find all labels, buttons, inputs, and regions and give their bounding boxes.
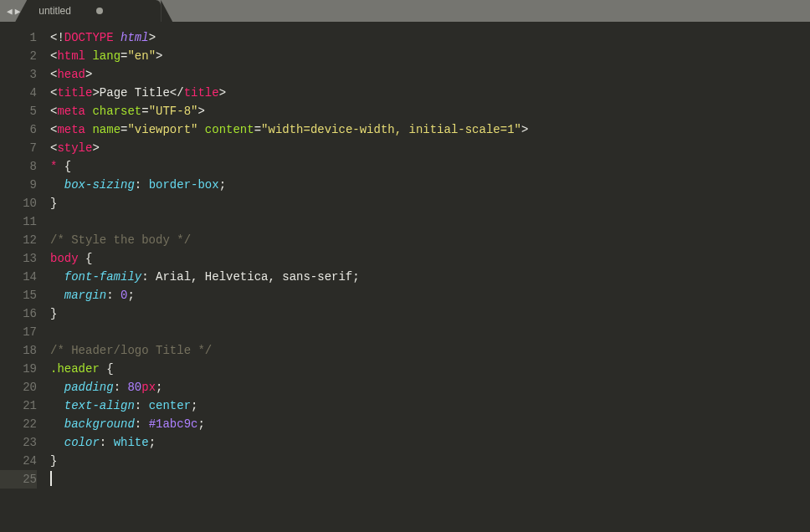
text-cursor xyxy=(50,471,52,486)
line-number: 18 xyxy=(0,341,37,360)
line-number: 25 xyxy=(0,470,37,489)
code-line[interactable]: <title>Page Title</title> xyxy=(50,84,810,102)
code-line[interactable]: * { xyxy=(50,157,810,176)
line-number: 22 xyxy=(0,415,37,433)
line-number: 7 xyxy=(0,139,37,157)
code-line[interactable]: body { xyxy=(50,249,810,268)
line-number: 6 xyxy=(0,120,37,139)
code-line[interactable]: .header { xyxy=(50,360,810,378)
code-line[interactable]: font-family: Arial, Helvetica, sans-seri… xyxy=(50,268,810,286)
code-line[interactable]: } xyxy=(50,304,810,323)
code-line[interactable]: /* Header/logo Title */ xyxy=(50,341,810,360)
prev-tab-icon[interactable]: ◀ xyxy=(7,6,13,17)
dirty-indicator-icon xyxy=(96,8,103,14)
editor: 1234567891011121314151617181920212223242… xyxy=(0,22,810,532)
line-number: 19 xyxy=(0,360,37,378)
code-line[interactable]: <meta name="viewport" content="width=dev… xyxy=(50,120,810,139)
code-line[interactable]: <meta charset="UTF-8"> xyxy=(50,102,810,120)
code-area[interactable]: <!DOCTYPE html><html lang="en"><head><ti… xyxy=(44,22,810,532)
code-line[interactable]: background: #1abc9c; xyxy=(50,415,810,433)
line-number: 23 xyxy=(0,433,37,452)
code-line[interactable]: margin: 0; xyxy=(50,286,810,304)
line-number: 12 xyxy=(0,231,37,249)
code-line[interactable]: } xyxy=(50,194,810,212)
code-line[interactable]: } xyxy=(50,452,810,470)
code-line[interactable] xyxy=(50,470,810,489)
titlebar: ◀ ▶ untitled xyxy=(0,0,810,22)
code-line[interactable]: <head> xyxy=(50,65,810,84)
line-number: 21 xyxy=(0,396,37,415)
code-line[interactable]: box-sizing: border-box; xyxy=(50,176,810,194)
line-number: 13 xyxy=(0,249,37,268)
code-line[interactable]: color: white; xyxy=(50,433,810,452)
code-line[interactable]: <style> xyxy=(50,139,810,157)
code-line[interactable] xyxy=(50,212,810,231)
line-number: 17 xyxy=(0,323,37,341)
code-line[interactable]: text-align: center; xyxy=(50,396,810,415)
line-number: 14 xyxy=(0,268,37,286)
line-number: 5 xyxy=(0,102,37,120)
line-number: 15 xyxy=(0,286,37,304)
code-line[interactable]: <!DOCTYPE html> xyxy=(50,28,810,47)
tab-title: untitled xyxy=(38,5,71,17)
tab-untitled[interactable]: untitled xyxy=(27,0,161,22)
line-number-gutter: 1234567891011121314151617181920212223242… xyxy=(0,22,44,532)
line-number: 8 xyxy=(0,157,37,176)
line-number: 4 xyxy=(0,84,37,102)
code-line[interactable]: padding: 80px; xyxy=(50,378,810,396)
code-line[interactable]: <html lang="en"> xyxy=(50,47,810,65)
line-number: 10 xyxy=(0,194,37,212)
line-number: 1 xyxy=(0,28,37,47)
line-number: 20 xyxy=(0,378,37,396)
line-number: 3 xyxy=(0,65,37,84)
line-number: 24 xyxy=(0,452,37,470)
line-number: 11 xyxy=(0,212,37,231)
code-line[interactable]: /* Style the body */ xyxy=(50,231,810,249)
line-number: 16 xyxy=(0,304,37,323)
line-number: 2 xyxy=(0,47,37,65)
code-line[interactable] xyxy=(50,323,810,341)
line-number: 9 xyxy=(0,176,37,194)
